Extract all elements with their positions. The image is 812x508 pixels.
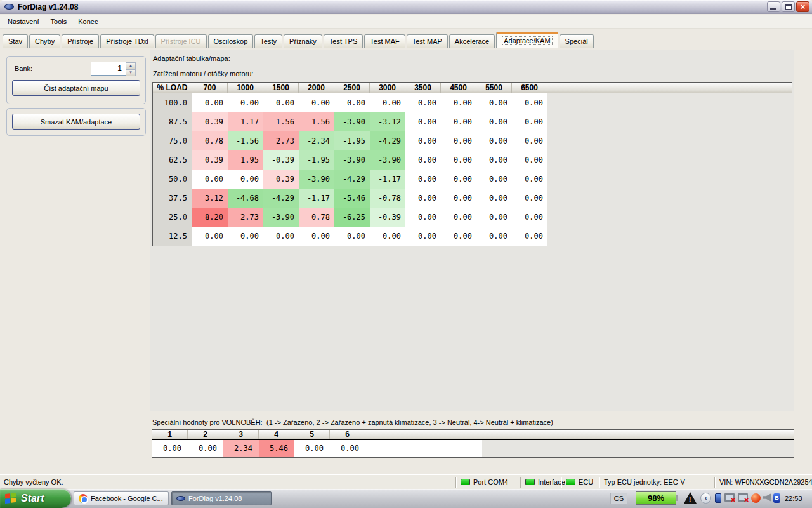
start-button[interactable]: Start xyxy=(0,489,71,508)
tab-osciloskop[interactable]: Osciloskop xyxy=(208,34,254,48)
map-cell: -4.29 xyxy=(370,131,405,150)
interface-status: Interface xyxy=(525,478,565,486)
map-cell: -3.90 xyxy=(299,170,334,189)
volume-icon[interactable] xyxy=(763,493,771,502)
map-cell: 0.00 xyxy=(334,93,370,112)
map-cell: 0.00 xyxy=(405,189,441,208)
map-cell: 0.00 xyxy=(512,150,547,170)
tab-label: Adaptace/KAM xyxy=(502,37,551,44)
taskbar-item-fordiag[interactable]: ForDiag v1.24.08 xyxy=(171,491,272,505)
windows-logo-icon xyxy=(5,493,16,505)
idle-label: Speciální hodnoty pro VOLNOBĚH: xyxy=(152,418,263,426)
warning-icon[interactable]: ! xyxy=(684,492,697,504)
map-row: 100.00.000.000.000.000.000.000.000.000.0… xyxy=(153,93,792,112)
map-cell: 2.73 xyxy=(263,131,299,150)
map-cell: 0.00 xyxy=(476,227,512,246)
tab-label: Příznaky xyxy=(289,37,317,45)
map-cell: 0.00 xyxy=(405,131,441,150)
port-led-icon xyxy=(461,479,470,485)
row-filler xyxy=(547,227,792,246)
bluetooth-icon[interactable]: B xyxy=(773,493,780,503)
map-cell: -4.68 xyxy=(228,189,263,208)
start-label: Start xyxy=(21,493,44,504)
adaptation-table: % LOAD7001000150020002500300035004500550… xyxy=(152,82,792,246)
spin-down-icon[interactable]: ▼ xyxy=(126,69,136,76)
hide-icons-chevron-icon[interactable]: ‹ xyxy=(700,493,711,504)
tab-chyby[interactable]: Chyby xyxy=(29,34,60,48)
restore-button[interactable] xyxy=(782,1,795,12)
taskbar-item-chrome[interactable]: Facebook - Google C... xyxy=(74,491,169,505)
bank-label: Bank: xyxy=(15,65,32,72)
map-cell: -4.29 xyxy=(334,170,370,189)
map-row: 12.50.000.000.000.000.000.000.000.000.00… xyxy=(153,227,792,246)
menu-item-nastaveni[interactable]: Nastavení xyxy=(2,16,45,27)
menu-item-konec[interactable]: Konec xyxy=(72,16,103,27)
tab-test-tps[interactable]: Test TPS xyxy=(324,34,363,48)
port-status: Port COM4 xyxy=(461,478,508,486)
window-titlebar[interactable]: ForDiag v1.24.08 × xyxy=(0,0,812,14)
tab-special[interactable]: Speciál xyxy=(560,34,594,48)
tab-pristroje-tdxl[interactable]: Přístroje TDxl xyxy=(100,34,154,48)
map-cell: 0.00 xyxy=(441,208,476,227)
row-filler xyxy=(547,208,792,227)
row-load-label: 37.5 xyxy=(153,189,192,208)
statusbar-divider xyxy=(520,477,521,488)
map-cell: -6.25 xyxy=(334,208,370,227)
map-row: 87.50.391.171.561.56-3.90-3.120.000.000.… xyxy=(153,112,792,131)
chrome-icon xyxy=(79,494,88,503)
tab-testy[interactable]: Testy xyxy=(254,34,282,48)
window-controls: × xyxy=(767,1,809,12)
tab-label: Test MAF xyxy=(370,37,399,45)
map-cell: 0.00 xyxy=(192,227,228,246)
tab-pristroje[interactable]: Přístroje xyxy=(62,34,99,48)
desktop: ForDiag v1.24.08 × NastaveníToolsKonec S… xyxy=(0,0,812,508)
tab-akcelerace[interactable]: Akcelerace xyxy=(449,34,495,48)
row-load-label: 100.0 xyxy=(153,93,192,112)
antivirus-tray-icon[interactable] xyxy=(751,493,761,503)
map-cell: 0.00 xyxy=(263,227,299,246)
map-cell: 0.00 xyxy=(370,93,405,112)
map-row: 75.00.78-1.562.73-2.34-1.95-4.290.000.00… xyxy=(153,131,792,150)
map-cell: -1.56 xyxy=(228,131,263,150)
map-cell: 0.00 xyxy=(512,208,547,227)
row-load-label: 87.5 xyxy=(153,112,192,131)
menu-item-tools[interactable]: Tools xyxy=(45,16,73,27)
tab-test-map[interactable]: Test MAP xyxy=(407,34,448,48)
spin-buttons: ▲ ▼ xyxy=(126,62,136,75)
battery-tray-icon[interactable] xyxy=(715,493,721,503)
row-load-label: 50.0 xyxy=(153,170,192,189)
row-filler xyxy=(547,170,792,189)
bank-spinner[interactable]: 1 ▲ ▼ xyxy=(91,62,136,76)
axis-label: Zatížení motoru / otáčky motoru: xyxy=(153,70,253,77)
tab-test-maf[interactable]: Test MAF xyxy=(364,34,405,48)
battery-percentage[interactable]: 98% xyxy=(636,491,676,505)
statusbar-divider xyxy=(599,477,600,488)
map-cell: 0.00 xyxy=(512,189,547,208)
map-cell: 0.00 xyxy=(512,93,547,112)
idle-row: 0.000.002.345.460.000.00 xyxy=(152,440,794,457)
map-cell: 0.00 xyxy=(405,227,441,246)
language-indicator[interactable]: CS xyxy=(610,493,627,504)
spin-up-icon[interactable]: ▲ xyxy=(126,62,136,69)
map-cell: 0.00 xyxy=(476,93,512,112)
tab-stav[interactable]: Stav xyxy=(3,34,28,48)
minimize-button[interactable] xyxy=(767,1,780,12)
map-cell: 0.00 xyxy=(405,170,441,189)
map-cell: -1.17 xyxy=(299,189,334,208)
tab-priznaky[interactable]: Příznaky xyxy=(284,34,322,48)
idle-column-header: 1 xyxy=(152,430,188,439)
wireless-disconnected-icon[interactable]: ✕ xyxy=(738,493,748,502)
taskbar: Start Facebook - Google C... ForDiag v1.… xyxy=(0,489,812,508)
close-button[interactable]: × xyxy=(796,1,809,12)
taskbar-item-label: Facebook - Google C... xyxy=(91,495,163,502)
map-cell: 0.00 xyxy=(476,189,512,208)
tab-label: Osciloskop xyxy=(214,37,248,45)
map-cell: 8.20 xyxy=(192,208,228,227)
read-adaptation-map-button[interactable]: Číst adaptační mapu xyxy=(12,80,140,96)
map-cell: 3.12 xyxy=(192,189,228,208)
network-disconnected-icon[interactable]: ✕ xyxy=(724,493,735,502)
row-load-label: 25.0 xyxy=(153,208,192,227)
clear-kam-button[interactable]: Smazat KAM/adaptace xyxy=(12,114,140,130)
tab-adaptace-kam[interactable]: Adaptace/KAM xyxy=(496,32,558,48)
map-cell: 0.00 xyxy=(476,112,512,131)
